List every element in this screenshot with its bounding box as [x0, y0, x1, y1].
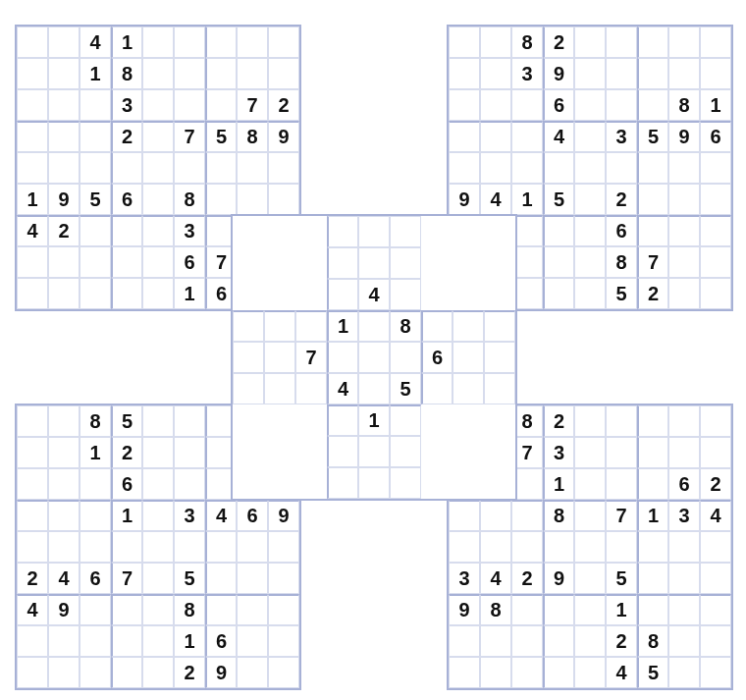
cell[interactable]: 8	[511, 27, 543, 58]
cell[interactable]	[668, 27, 700, 58]
cell[interactable]: 9	[268, 121, 299, 152]
cell[interactable]	[142, 278, 174, 309]
cell[interactable]	[574, 531, 606, 563]
cell[interactable]	[48, 246, 80, 278]
cell[interactable]	[511, 531, 543, 563]
cell[interactable]	[174, 405, 205, 437]
cell[interactable]	[637, 184, 668, 215]
cell[interactable]: 1	[511, 184, 543, 215]
cell[interactable]: 9	[543, 563, 574, 594]
cell[interactable]	[268, 594, 299, 625]
cell[interactable]	[48, 437, 80, 468]
cell[interactable]	[48, 121, 80, 152]
cell[interactable]	[358, 310, 390, 342]
cell[interactable]: 4	[17, 594, 48, 625]
cell[interactable]: 1	[80, 58, 111, 89]
cell[interactable]: 6	[237, 500, 268, 531]
cell[interactable]	[174, 89, 205, 121]
cell[interactable]	[174, 27, 205, 58]
cell[interactable]	[449, 625, 480, 657]
cell[interactable]: 9	[668, 121, 700, 152]
cell[interactable]	[637, 27, 668, 58]
cell[interactable]	[80, 278, 111, 309]
cell[interactable]: 6	[700, 121, 731, 152]
cell[interactable]	[48, 278, 80, 309]
cell[interactable]	[268, 152, 299, 184]
cell[interactable]	[48, 405, 80, 437]
cell[interactable]	[358, 216, 390, 247]
cell[interactable]: 2	[700, 468, 731, 500]
cell[interactable]	[574, 405, 606, 437]
cell[interactable]	[111, 246, 142, 278]
cell[interactable]	[142, 246, 174, 278]
cell[interactable]: 9	[268, 500, 299, 531]
cell[interactable]	[17, 246, 48, 278]
cell[interactable]	[237, 594, 268, 625]
cell[interactable]	[543, 625, 574, 657]
cell[interactable]	[574, 437, 606, 468]
cell[interactable]: 7	[174, 121, 205, 152]
cell[interactable]	[358, 342, 390, 373]
cell[interactable]	[453, 342, 484, 373]
cell[interactable]	[511, 500, 543, 531]
cell[interactable]	[543, 278, 574, 309]
cell[interactable]: 4	[205, 500, 237, 531]
cell[interactable]	[17, 468, 48, 500]
cell[interactable]: 5	[111, 405, 142, 437]
cell[interactable]	[484, 373, 515, 404]
cell[interactable]	[390, 342, 421, 373]
cell[interactable]	[700, 437, 731, 468]
cell[interactable]: 8	[480, 594, 511, 625]
cell[interactable]	[237, 563, 268, 594]
cell[interactable]	[80, 500, 111, 531]
cell[interactable]	[268, 27, 299, 58]
cell[interactable]	[390, 216, 421, 247]
cell[interactable]	[390, 467, 421, 499]
cell[interactable]	[700, 657, 731, 688]
cell[interactable]: 8	[174, 184, 205, 215]
cell[interactable]	[358, 436, 390, 467]
cell[interactable]: 7	[637, 246, 668, 278]
cell[interactable]: 8	[543, 500, 574, 531]
cell[interactable]	[17, 500, 48, 531]
cell[interactable]	[48, 27, 80, 58]
cell[interactable]	[237, 184, 268, 215]
cell[interactable]	[637, 594, 668, 625]
cell[interactable]	[268, 625, 299, 657]
cell[interactable]: 3	[668, 500, 700, 531]
cell[interactable]	[142, 594, 174, 625]
cell[interactable]: 2	[48, 215, 80, 246]
cell[interactable]	[668, 246, 700, 278]
cell[interactable]	[637, 405, 668, 437]
cell[interactable]	[80, 152, 111, 184]
cell[interactable]	[111, 215, 142, 246]
cell[interactable]	[480, 58, 511, 89]
cell[interactable]	[358, 247, 390, 279]
cell[interactable]	[511, 89, 543, 121]
cell[interactable]: 2	[17, 563, 48, 594]
cell[interactable]	[48, 468, 80, 500]
cell[interactable]	[17, 278, 48, 309]
cell[interactable]	[142, 468, 174, 500]
cell[interactable]	[268, 563, 299, 594]
cell[interactable]	[111, 278, 142, 309]
cell[interactable]: 5	[205, 121, 237, 152]
cell[interactable]	[480, 531, 511, 563]
cell[interactable]: 6	[174, 246, 205, 278]
cell[interactable]: 2	[606, 184, 637, 215]
cell[interactable]: 8	[637, 625, 668, 657]
cell[interactable]	[480, 27, 511, 58]
cell[interactable]: 1	[637, 500, 668, 531]
cell[interactable]	[574, 625, 606, 657]
cell[interactable]: 5	[637, 121, 668, 152]
cell[interactable]: 1	[80, 437, 111, 468]
cell[interactable]	[453, 310, 484, 342]
cell[interactable]: 2	[111, 121, 142, 152]
cell[interactable]	[574, 184, 606, 215]
cell[interactable]	[543, 657, 574, 688]
cell[interactable]	[111, 594, 142, 625]
cell[interactable]: 1	[543, 468, 574, 500]
cell[interactable]	[668, 215, 700, 246]
cell[interactable]	[205, 152, 237, 184]
cell[interactable]: 8	[111, 58, 142, 89]
